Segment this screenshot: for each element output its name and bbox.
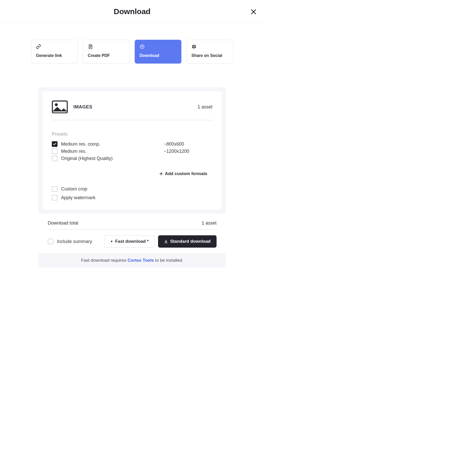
images-panel: IMAGES 1 asset Presets Medium res. comp.… bbox=[43, 91, 222, 210]
custom-crop-label: Custom crop bbox=[61, 186, 87, 192]
preset-name: Original (Highest Quality) bbox=[61, 156, 164, 161]
apply-watermark-checkbox[interactable] bbox=[52, 195, 57, 200]
download-icon bbox=[164, 239, 168, 244]
actions-row: Include summary Fast download * Standard… bbox=[48, 230, 217, 248]
preset-name: Medium res. bbox=[61, 149, 164, 154]
svg-point-3 bbox=[55, 104, 57, 106]
download-total-value: 1 asset bbox=[202, 220, 217, 226]
preset-checkbox-original[interactable] bbox=[52, 156, 57, 161]
cortex-tools-link[interactable]: Cortex Tools bbox=[128, 258, 154, 263]
tab-share-social[interactable]: Share on Social bbox=[187, 40, 233, 64]
content-area: IMAGES 1 asset Presets Medium res. comp.… bbox=[38, 87, 226, 214]
asset-count: 1 asset bbox=[198, 104, 212, 110]
fast-download-label: Fast download * bbox=[115, 239, 149, 244]
totals-row: Download total 1 asset bbox=[48, 220, 217, 230]
check-icon bbox=[53, 142, 56, 146]
preset-name: Medium res. comp. bbox=[61, 141, 164, 147]
preset-dimensions: ~1200x1200 bbox=[164, 149, 189, 154]
footnote-prefix: Fast download requires bbox=[81, 258, 128, 263]
tabs-row: Generate link Create PDF Download Share … bbox=[0, 23, 264, 64]
bolt-icon bbox=[110, 239, 113, 244]
presets-block: Presets Medium res. comp. ~800x600 Mediu… bbox=[52, 120, 212, 202]
preset-checkbox-medium[interactable] bbox=[52, 148, 57, 154]
link-icon bbox=[36, 44, 41, 49]
tab-download[interactable]: Download bbox=[135, 40, 181, 64]
preset-checkbox-medium-comp[interactable] bbox=[52, 141, 57, 147]
add-custom-label: Add custom formats bbox=[165, 171, 207, 176]
footnote: Fast download requires Cortex Tools to b… bbox=[38, 253, 226, 268]
close-button[interactable] bbox=[250, 8, 257, 15]
image-icon bbox=[52, 100, 68, 113]
option-row: Custom crop bbox=[52, 185, 212, 193]
download-circle-icon bbox=[140, 44, 145, 49]
include-summary-checkbox[interactable] bbox=[48, 239, 53, 244]
modal-title: Download bbox=[0, 7, 264, 16]
options-block: Custom crop Apply watermark bbox=[52, 185, 212, 202]
fast-download-button[interactable]: Fast download * bbox=[104, 235, 154, 248]
apply-watermark-label: Apply watermark bbox=[61, 195, 95, 200]
tab-create-pdf[interactable]: Create PDF bbox=[83, 40, 130, 64]
footnote-suffix: to be installed. bbox=[154, 258, 183, 263]
standard-download-label: Standard download bbox=[170, 239, 211, 244]
tab-label: Generate link bbox=[36, 53, 73, 58]
preset-row: Medium res. ~1200x1200 bbox=[52, 148, 212, 155]
panel-header: IMAGES 1 asset bbox=[52, 100, 212, 120]
standard-download-button[interactable]: Standard download bbox=[158, 235, 217, 248]
pdf-icon bbox=[88, 44, 93, 49]
add-custom-formats[interactable]: Add custom formats bbox=[52, 171, 212, 176]
preset-dimensions: ~800x600 bbox=[164, 141, 184, 147]
tab-label: Share on Social bbox=[191, 53, 228, 58]
tab-label: Create PDF bbox=[88, 53, 125, 58]
preset-row: Medium res. comp. ~800x600 bbox=[52, 140, 212, 148]
tab-label: Download bbox=[140, 53, 177, 58]
preset-row: Original (Highest Quality) bbox=[52, 155, 212, 162]
download-total-label: Download total bbox=[48, 220, 78, 226]
totals-section: Download total 1 asset Include summary F… bbox=[38, 214, 226, 248]
globe-icon bbox=[191, 44, 197, 49]
include-summary-label: Include summary bbox=[57, 239, 92, 244]
option-row: Apply watermark bbox=[52, 193, 212, 202]
custom-crop-checkbox[interactable] bbox=[52, 186, 57, 192]
include-summary-option: Include summary bbox=[48, 239, 92, 244]
plus-icon bbox=[159, 172, 163, 176]
close-icon bbox=[250, 8, 257, 15]
download-modal: Download Generate link Create PDF Downlo… bbox=[0, 0, 264, 268]
modal-header: Download bbox=[0, 0, 264, 23]
presets-label: Presets bbox=[52, 131, 212, 137]
panel-section-title: IMAGES bbox=[73, 104, 92, 110]
tab-generate-link[interactable]: Generate link bbox=[31, 40, 78, 64]
